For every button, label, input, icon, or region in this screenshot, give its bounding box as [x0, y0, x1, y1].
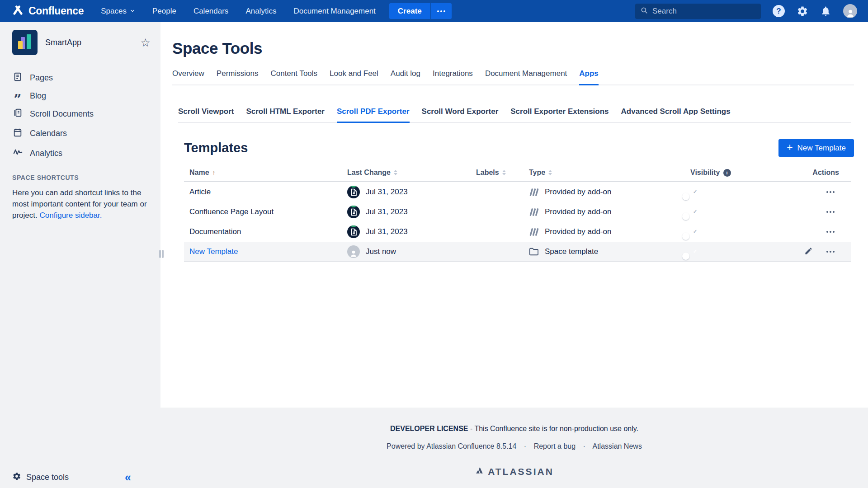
check-icon: ✓	[693, 249, 697, 254]
nav-item-label: Spaces	[101, 7, 127, 16]
sidebar-nav: Pages”BlogScroll DocumentsCalendarsAnaly…	[0, 68, 160, 163]
plus-icon: +	[787, 142, 793, 153]
addon-slashes-icon	[529, 188, 539, 197]
row-more-actions-button[interactable]	[826, 191, 835, 193]
row-more-actions-button[interactable]	[826, 231, 835, 233]
type-cell: Provided by add-on	[529, 207, 690, 216]
tab-permissions[interactable]: Permissions	[217, 69, 259, 84]
last-change-value: Jul 31, 2023	[366, 227, 408, 236]
sidebar-item-scroll-documents[interactable]: Scroll Documents	[0, 104, 160, 124]
nav-item-people[interactable]: People	[152, 7, 176, 16]
brand-name: Confluence	[28, 5, 84, 17]
column-header-labels[interactable]: Labels	[476, 169, 529, 177]
chevron-down-icon	[130, 7, 135, 16]
column-header-name[interactable]: Name↑	[184, 169, 347, 177]
type-cell: Provided by add-on	[529, 227, 690, 236]
subtab-scroll-exporter-extensions[interactable]: Scroll Exporter Extensions	[510, 107, 609, 122]
template-name: Documentation	[189, 227, 241, 236]
space-tools-gear-icon	[12, 472, 21, 483]
sidebar-item-calendars[interactable]: Calendars	[0, 124, 160, 143]
subtab-advanced-scroll-app-settings[interactable]: Advanced Scroll App Settings	[621, 107, 731, 122]
collapse-sidebar-icon[interactable]: «	[125, 472, 131, 483]
create-more-button[interactable]	[431, 3, 452, 19]
space-sidebar: SmartApp ☆ Pages”BlogScroll DocumentsCal…	[0, 22, 160, 488]
user-avatar[interactable]	[843, 4, 857, 18]
type-cell: Provided by add-on	[529, 188, 690, 197]
new-template-button[interactable]: + New Template	[778, 139, 854, 157]
edit-template-button[interactable]	[804, 247, 813, 257]
ellipsis-icon	[826, 251, 828, 253]
separator: ·	[583, 442, 585, 450]
pencil-icon	[804, 247, 813, 257]
search-input[interactable]	[652, 7, 756, 16]
nav-item-document-management[interactable]: Document Management	[293, 7, 375, 16]
calendar-icon	[13, 127, 23, 140]
subtab-scroll-html-exporter[interactable]: Scroll HTML Exporter	[246, 107, 325, 122]
pdf-app-avatar	[347, 206, 360, 218]
actions-cell	[799, 211, 851, 213]
space-tools-link[interactable]: Space tools	[26, 473, 69, 482]
confluence-logo-icon	[12, 4, 24, 18]
template-name: Article	[189, 188, 211, 196]
confluence-brand[interactable]: Confluence	[12, 4, 84, 18]
table-body: ArticleJul 31, 2023Provided by add-on✓Co…	[184, 182, 851, 262]
pdf-app-avatar	[347, 225, 360, 238]
sort-icon	[548, 170, 552, 175]
sidebar-item-analytics[interactable]: Analytics	[0, 143, 160, 163]
page-footer: DEVELOPER LICENSE - This Confluence site…	[160, 408, 868, 488]
column-header-change[interactable]: Last Change	[347, 169, 476, 177]
space-shortcuts-text: Here you can add shortcut links to the m…	[12, 187, 148, 221]
atlassian-news-link[interactable]: Atlassian News	[593, 442, 642, 450]
tab-audit-log[interactable]: Audit log	[391, 69, 420, 84]
sort-icon	[502, 170, 506, 175]
tab-look-and-feel[interactable]: Look and Feel	[330, 69, 378, 84]
page-title: Space Tools	[172, 39, 854, 57]
sort-ascending-icon: ↑	[212, 169, 216, 176]
notifications-bell-icon[interactable]	[820, 5, 831, 17]
atlassian-logo-icon	[475, 466, 484, 477]
global-search[interactable]	[635, 4, 761, 19]
column-header-type[interactable]: Type	[529, 169, 690, 177]
sort-icon	[394, 170, 397, 175]
column-label: Visibility	[690, 169, 720, 177]
column-header-visibility[interactable]: Visibilityi	[690, 169, 799, 177]
create-button[interactable]: Create	[389, 3, 430, 19]
tab-integrations[interactable]: Integrations	[433, 69, 473, 84]
info-icon[interactable]: i	[723, 169, 731, 177]
column-label: Name	[189, 169, 209, 177]
folder-icon	[529, 247, 539, 256]
top-navbar: Confluence SpacesPeopleCalendarsAnalytic…	[0, 0, 868, 22]
tab-overview[interactable]: Overview	[172, 69, 204, 84]
tab-document-management[interactable]: Document Management	[485, 69, 567, 84]
tab-apps[interactable]: Apps	[579, 69, 599, 85]
toggle-knob	[682, 213, 689, 220]
subtab-scroll-viewport[interactable]: Scroll Viewport	[178, 107, 234, 122]
main-content: Space Tools OverviewPermissionsContent T…	[160, 22, 868, 408]
check-icon: ✓	[693, 229, 697, 234]
tab-content-tools[interactable]: Content Tools	[270, 69, 317, 84]
subtab-scroll-word-exporter[interactable]: Scroll Word Exporter	[422, 107, 499, 122]
sidebar-resize-handle[interactable]	[159, 250, 164, 258]
primary-nav: SpacesPeopleCalendarsAnalyticsDocument M…	[101, 7, 376, 16]
powered-by-line: Powered by Atlassian Confluence 8.5.14 ·…	[160, 442, 868, 450]
sidebar-item-blog[interactable]: ”Blog	[0, 88, 160, 104]
settings-gear-icon[interactable]	[797, 5, 808, 17]
configure-sidebar-link[interactable]: Configure sidebar.	[39, 211, 102, 220]
report-a-bug-link[interactable]: Report a bug	[534, 442, 576, 450]
favorite-star-icon[interactable]: ☆	[141, 37, 151, 48]
license-text: - This Confluence site is for non-produc…	[470, 425, 638, 432]
nav-item-calendars[interactable]: Calendars	[193, 7, 229, 16]
row-more-actions-button[interactable]	[826, 251, 835, 253]
subtab-scroll-pdf-exporter[interactable]: Scroll PDF Exporter	[337, 107, 410, 123]
help-icon[interactable]: ?	[773, 5, 785, 17]
search-icon	[640, 6, 648, 16]
last-change-cell: Jul 31, 2023	[347, 225, 476, 238]
nav-item-analytics[interactable]: Analytics	[245, 7, 276, 16]
template-name-link[interactable]: New Template	[189, 247, 238, 256]
sidebar-item-pages[interactable]: Pages	[0, 68, 160, 88]
space-logo[interactable]	[12, 30, 38, 55]
nav-item-spaces[interactable]: Spaces	[101, 7, 135, 16]
row-more-actions-button[interactable]	[826, 211, 835, 213]
last-change-value: Jul 31, 2023	[366, 188, 408, 197]
template-name-cell: Confluence Page Layout	[184, 207, 347, 216]
